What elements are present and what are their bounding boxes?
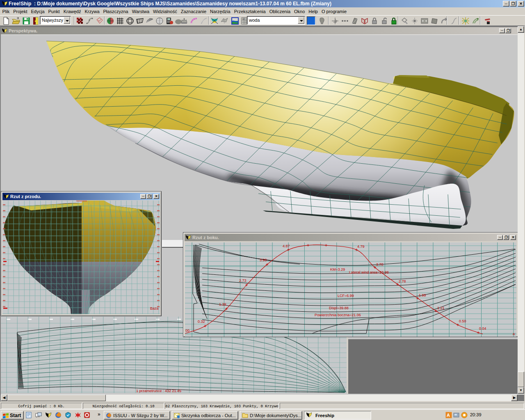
svg-text:3.70: 3.70 <box>376 262 383 267</box>
svg-text:A: A <box>447 413 450 418</box>
svg-text:12: 12 <box>242 18 245 20</box>
svg-text:0.04: 0.04 <box>479 326 486 331</box>
svg-text:1.21: 1.21 <box>437 306 445 310</box>
svg-text:KM=3.29: KM=3.29 <box>330 267 345 272</box>
svg-text:Baza: Baza <box>150 306 159 310</box>
svg-text:2.78: 2.78 <box>399 279 406 283</box>
svg-text:1.39: 1.39 <box>219 302 226 306</box>
svg-text:4.79: 4.79 <box>357 244 365 249</box>
svg-text:Lateral wind area=33.98: Lateral wind area=33.98 <box>349 270 389 274</box>
svg-text:2.73: 2.73 <box>239 278 247 283</box>
svg-text:LCF=6.99: LCF=6.99 <box>338 294 354 298</box>
svg-text:0.50: 0.50 <box>459 319 466 323</box>
svg-text:0.32: 0.32 <box>198 320 205 324</box>
svg-text:a: a <box>513 332 515 336</box>
svg-text:4.87: 4.87 <box>283 244 290 248</box>
svg-text:00: 00 <box>185 329 189 333</box>
svg-text:1 przametrunce : 432 21.45: 1 przametrunce : 432 21.45 <box>136 389 181 393</box>
svg-text:1.99: 1.99 <box>419 293 426 297</box>
svg-text:3.90: 3.90 <box>260 258 267 262</box>
svg-text:Displ=39.88: Displ=39.88 <box>329 306 349 310</box>
svg-text:Powierzchnia boczna=21.06: Powierzchnia boczna=21.06 <box>315 313 361 317</box>
